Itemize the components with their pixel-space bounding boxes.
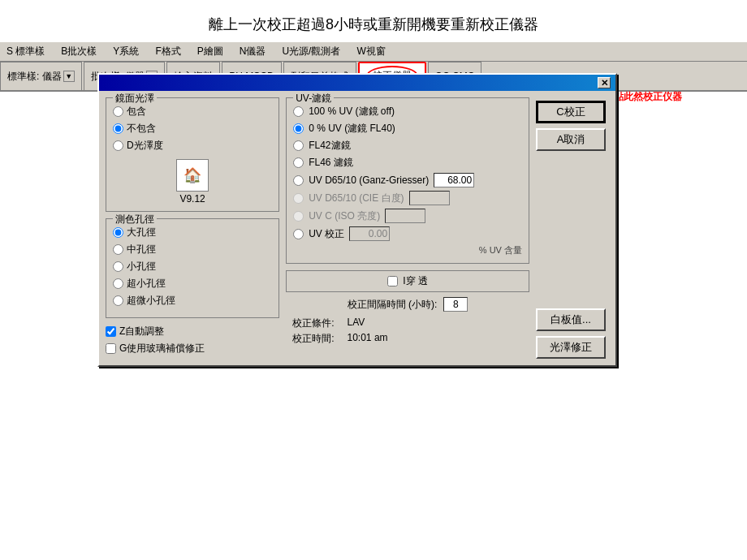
- mirror-gloss-group: 鏡面光澤 包含 不包含 D光澤度 🏠: [106, 97, 279, 212]
- menu-bar: S 標準樣 B批次樣 Y系統 F格式 P繪圖 N儀器 U光源/觀測者 W視窗: [0, 42, 747, 62]
- uv-percent-label: % UV 含量: [293, 244, 522, 256]
- menu-item-batch[interactable]: B批次樣: [58, 44, 100, 59]
- calib-time-row: 校正時間: 10:01 am: [292, 332, 523, 346]
- aperture-xxsmall-radio[interactable]: [113, 295, 123, 306]
- red-annotation: 點此然校正仪器: [614, 91, 682, 102]
- version-text: V9.12: [179, 193, 205, 205]
- uv-c-iso-input: [385, 209, 425, 223]
- menu-item-system[interactable]: Y系統: [110, 44, 142, 59]
- mirror-gloss-d-radio[interactable]: [113, 140, 123, 151]
- aperture-xsmall-label: 超小孔徑: [127, 277, 166, 291]
- menu-item-standards[interactable]: S 標準樣: [3, 44, 48, 59]
- version-icon: 🏠: [176, 159, 209, 192]
- uv-c-iso-label: UV C (ISO 亮度): [309, 209, 380, 223]
- instruction-bar: 離上一次校正超過8小時或重新開機要重新校正儀器: [0, 0, 747, 42]
- uv-d65-ganz-label: UV D65/10 (Ganz-Griesser): [309, 174, 429, 186]
- aperture-xsmall-row: 超小孔徑: [113, 277, 272, 291]
- aperture-large-row: 大孔徑: [113, 226, 272, 239]
- calib-time-label: 校正時間:: [292, 332, 334, 346]
- aperture-large-label: 大孔徑: [127, 226, 156, 239]
- mirror-gloss-exclude-label: 不包含: [127, 122, 156, 136]
- menu-item-plot[interactable]: P繪圖: [194, 44, 227, 59]
- calib-interval-input[interactable]: [443, 297, 468, 312]
- uv-d65-cie-label: UV D65/10 (CIE 白度): [309, 192, 404, 205]
- aperture-label: 測色孔徑: [113, 213, 157, 226]
- auto-adjust-checkbox[interactable]: [106, 326, 116, 337]
- gloss-correct-button[interactable]: 光澤修正: [536, 336, 606, 359]
- aperture-xxsmall-row: 超微小孔徑: [113, 294, 272, 308]
- uv-fl42-row: FL42濾鏡: [293, 139, 522, 153]
- right-panel: C校正 A取消 白板值... 光澤修正: [536, 97, 609, 359]
- menu-item-instrument[interactable]: N儀器: [236, 44, 270, 59]
- calib-interval-label: 校正間隔時間 (小時):: [348, 298, 438, 312]
- calib-condition-value: LAV: [348, 317, 365, 330]
- calib-condition-label: 校正條件:: [292, 317, 334, 330]
- uv-0-radio[interactable]: [293, 123, 304, 134]
- white-value-button[interactable]: 白板值...: [536, 308, 606, 331]
- instruction-text: 離上一次校正超過8小時或重新開機要重新校正儀器: [209, 16, 538, 32]
- uv-calibrate-row: UV 校正: [293, 226, 522, 241]
- calib-interval-row: 校正間隔時間 (小時):: [286, 297, 529, 312]
- dialog-close-button[interactable]: ✕: [598, 77, 611, 88]
- auto-adjust-label: Z自動調整: [119, 325, 164, 338]
- dialog-titlebar: ✕: [99, 75, 615, 91]
- mirror-gloss-include-row: 包含: [113, 105, 272, 118]
- aperture-medium-radio[interactable]: [113, 244, 123, 255]
- uv-fl46-row: FL46 濾鏡: [293, 156, 522, 170]
- calibrate-button[interactable]: C校正: [536, 101, 606, 123]
- uv-100-label: 100 % UV (濾鏡 off): [309, 105, 395, 118]
- aperture-xsmall-radio[interactable]: [113, 278, 123, 289]
- uv-100-radio[interactable]: [293, 106, 304, 117]
- calib-time-value: 10:01 am: [348, 332, 388, 346]
- uv-d65-ganz-radio[interactable]: [293, 175, 304, 186]
- mirror-gloss-include-radio[interactable]: [113, 106, 123, 117]
- uv-d65-ganz-input[interactable]: [434, 173, 474, 187]
- uv-d65-cie-input: [409, 191, 450, 205]
- menu-item-light[interactable]: U光源/觀測者: [279, 44, 343, 59]
- uv-100-row: 100 % UV (濾鏡 off): [293, 105, 522, 118]
- mirror-gloss-d-label: D光澤度: [127, 139, 163, 153]
- auto-adjust-row: Z自動調整: [106, 325, 279, 338]
- aperture-large-radio[interactable]: [113, 227, 123, 238]
- transmittance-checkbox[interactable]: [387, 276, 398, 286]
- mirror-gloss-exclude-radio[interactable]: [113, 123, 123, 134]
- glass-correct-label: G使用玻璃補償修正: [119, 342, 205, 355]
- aperture-medium-label: 中孔徑: [127, 243, 156, 256]
- mirror-gloss-include-label: 包含: [127, 105, 146, 118]
- tab-standard-label: 標準樣: 儀器: [7, 70, 62, 84]
- dialog-body: 鏡面光澤 包含 不包含 D光澤度 🏠: [99, 91, 615, 365]
- menu-item-window[interactable]: W視窗: [353, 44, 388, 59]
- app-window: 離上一次校正超過8小時或重新開機要重新校正儀器 S 標準樣 B批次樣 Y系統 F…: [0, 0, 747, 560]
- transmittance-label: I穿 透: [403, 274, 428, 288]
- mirror-gloss-label: 鏡面光澤: [113, 92, 157, 106]
- calibration-dialog: ✕ 鏡面光澤 包含 不包含: [97, 73, 617, 367]
- calib-condition-row: 校正條件: LAV: [292, 317, 523, 330]
- uv-filter-label: UV-濾鏡: [293, 92, 334, 106]
- version-area: 🏠 V9.12: [113, 159, 272, 205]
- uv-c-iso-row: UV C (ISO 亮度): [293, 209, 522, 223]
- uv-fl42-radio[interactable]: [293, 140, 304, 151]
- aperture-small-radio[interactable]: [113, 261, 123, 272]
- tab-standard-sample[interactable]: 標準樣: 儀器 ▼: [0, 62, 82, 90]
- uv-0-label: 0 % UV (濾鏡 FL40): [309, 122, 395, 136]
- left-panel: 鏡面光澤 包含 不包含 D光澤度 🏠: [106, 97, 279, 359]
- aperture-medium-row: 中孔徑: [113, 243, 272, 256]
- uv-fl46-radio[interactable]: [293, 157, 304, 168]
- mirror-gloss-d-row: D光澤度: [113, 139, 272, 153]
- aperture-small-row: 小孔徑: [113, 260, 272, 274]
- uv-filter-group: UV-濾鏡 100 % UV (濾鏡 off) 0 % UV (濾鏡 FL40)…: [286, 97, 529, 264]
- glass-correct-checkbox[interactable]: [106, 343, 116, 354]
- uv-calibrate-input: [349, 226, 390, 241]
- menu-item-format[interactable]: F格式: [152, 44, 184, 59]
- uv-calibrate-label: UV 校正: [309, 227, 344, 241]
- uv-fl42-label: FL42濾鏡: [309, 139, 350, 153]
- center-panel: UV-濾鏡 100 % UV (濾鏡 off) 0 % UV (濾鏡 FL40)…: [286, 97, 529, 359]
- tab-standard-icon[interactable]: ▼: [63, 71, 75, 82]
- aperture-xxsmall-label: 超微小孔徑: [127, 294, 175, 308]
- uv-fl46-label: FL46 濾鏡: [309, 156, 353, 170]
- uv-d65-cie-row: UV D65/10 (CIE 白度): [293, 191, 522, 205]
- glass-correct-row: G使用玻璃補償修正: [106, 342, 279, 355]
- cancel-button[interactable]: A取消: [536, 128, 606, 151]
- uv-calibrate-radio[interactable]: [293, 229, 304, 239]
- aperture-small-label: 小孔徑: [127, 260, 156, 274]
